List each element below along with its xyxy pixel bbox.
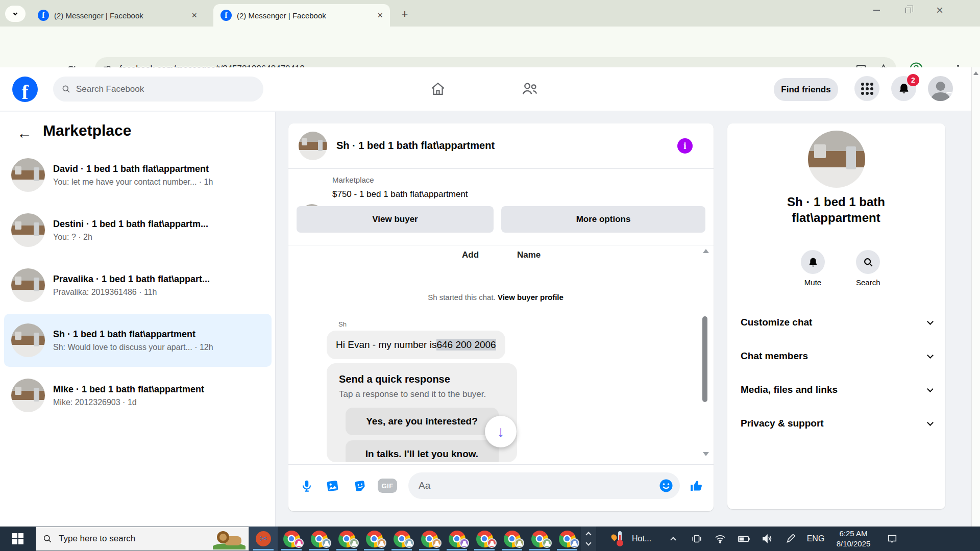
battery-icon[interactable] <box>732 527 755 551</box>
taskbar-clock[interactable]: 6:25 AM 8/10/2025 <box>829 529 878 549</box>
quick-response-option-2[interactable]: In talks. I'll let you know. <box>346 440 499 462</box>
section-chat-members[interactable]: Chat members <box>734 340 939 372</box>
page-scrollbar[interactable] <box>971 67 980 535</box>
chrome-profile-badge <box>487 538 497 548</box>
chat-scrollbar-thumb[interactable] <box>702 316 707 402</box>
system-text: Sh started this chat. <box>428 293 496 302</box>
taskbar-app-chrome[interactable] <box>498 527 526 551</box>
more-options-button[interactable]: More options <box>501 206 705 233</box>
taskbar-app-chrome[interactable] <box>333 527 360 551</box>
conversation-row-david[interactable]: David · 1 bed 1 bath flat\appartment You… <box>4 148 272 202</box>
taskbar-app-chrome[interactable] <box>278 527 305 551</box>
chevron-up-icon <box>670 537 676 542</box>
emoji-button[interactable] <box>657 477 675 495</box>
conversation-row-destini[interactable]: Destini · 1 bed 1 bath flat\appartm... Y… <box>4 204 272 257</box>
chat-scroll-up-arrow[interactable] <box>703 249 709 253</box>
chat-scroll-down-arrow[interactable] <box>703 452 709 456</box>
listing-avatar <box>11 323 45 357</box>
view-buyer-button[interactable]: View buyer <box>297 206 494 233</box>
message-input[interactable] <box>408 472 680 499</box>
tab-search-button[interactable] <box>5 6 26 22</box>
hidden-icons-button[interactable] <box>662 527 685 551</box>
conversation-row-pravalika[interactable]: Pravalika · 1 bed 1 bath flat\appart... … <box>4 259 272 312</box>
taskbar-app-chrome[interactable] <box>415 527 443 551</box>
pen-icon[interactable] <box>779 527 802 551</box>
conversation-row-sh-selected[interactable]: Sh · 1 bed 1 bath flat\appartment Sh: Wo… <box>4 314 272 367</box>
new-tab-button[interactable]: + <box>397 7 412 21</box>
quick-response-card: Send a quick response Tap a response to … <box>327 363 517 462</box>
chrome-profile-badge <box>294 538 304 548</box>
taskbar-app-chrome[interactable] <box>471 527 498 551</box>
tray-device-icon[interactable] <box>685 527 708 551</box>
window-minimize-button[interactable] <box>862 0 891 20</box>
marketplace-back-button[interactable]: ← <box>15 124 34 142</box>
weather-widget-icon[interactable] <box>605 527 632 551</box>
quick-response-option-1[interactable]: Yes, are you interested? <box>346 408 499 435</box>
chat-avatar[interactable] <box>299 132 327 160</box>
mute-button[interactable]: Mute <box>801 250 825 287</box>
message-highlighted-number[interactable]: 646 200 2006 <box>436 339 496 350</box>
browser-tab-1[interactable]: f (2) Messenger | Facebook × <box>31 4 204 27</box>
search-in-conversation-button[interactable]: Search <box>856 250 880 287</box>
like-button[interactable] <box>688 477 706 495</box>
action-center-button[interactable] <box>878 527 906 551</box>
weather-widget-label[interactable]: Hot... <box>632 534 662 543</box>
taskbar-app-chrome[interactable] <box>360 527 388 551</box>
conversation-info-button[interactable]: i <box>677 138 693 154</box>
gif-button[interactable]: GIF <box>378 479 397 493</box>
facebook-search-input[interactable]: Search Facebook <box>53 77 263 102</box>
taskbar-app-chrome[interactable] <box>388 527 415 551</box>
view-buyer-profile-link[interactable]: View buyer profile <box>498 293 564 302</box>
window-restore-button[interactable] <box>893 0 923 20</box>
mute-label: Mute <box>801 278 825 287</box>
account-avatar[interactable] <box>928 76 953 101</box>
tab-close-icon[interactable]: × <box>191 11 197 20</box>
add-label[interactable]: Add <box>462 250 479 260</box>
find-friends-label: Find friends <box>781 85 830 95</box>
conversation-name: Mike · 1 bed 1 bath flat\appartment <box>53 384 264 395</box>
sticker-button[interactable] <box>351 477 369 495</box>
arrow-down-icon: ↓ <box>497 423 505 440</box>
browser-tab-2-active[interactable]: f (2) Messenger | Facebook × <box>213 4 390 27</box>
name-label[interactable]: Name <box>517 250 541 260</box>
listing-avatar <box>11 158 45 192</box>
facebook-logo[interactable]: f <box>12 77 38 102</box>
taskbar-search-box[interactable]: Type here to search <box>36 527 249 551</box>
conversation-name: Sh · 1 bed 1 bath flat\appartment <box>53 329 264 340</box>
notifications-button[interactable]: 2 <box>891 76 916 101</box>
more-options-label: More options <box>576 214 631 224</box>
find-friends-button[interactable]: Find friends <box>774 78 838 101</box>
attach-image-button[interactable] <box>323 477 341 495</box>
marketplace-label: Marketplace <box>332 176 374 184</box>
taskbar-overflow-scroller[interactable] <box>581 527 596 551</box>
friends-tab-icon[interactable] <box>521 80 539 98</box>
home-tab-icon[interactable] <box>429 80 447 98</box>
tab-close-icon[interactable]: × <box>377 11 383 20</box>
chevron-up-icon <box>585 532 591 537</box>
section-customize-chat[interactable]: Customize chat <box>734 306 939 339</box>
window-close-button[interactable]: × <box>925 0 954 20</box>
conversation-row-mike[interactable]: Mike · 1 bed 1 bath flat\appartment Mike… <box>4 369 272 422</box>
apps-menu-button[interactable] <box>854 76 879 101</box>
start-button[interactable] <box>0 527 36 551</box>
taskbar-app-snipping-tool[interactable]: ✂ <box>249 527 278 551</box>
clock-date: 8/10/2025 <box>829 539 878 549</box>
incoming-message-bubble[interactable]: Hi Evan - my number is 646 200 2006 <box>327 331 505 359</box>
lion-illustration[interactable] <box>213 528 246 549</box>
details-avatar[interactable] <box>808 131 865 188</box>
notification-badge: 2 <box>907 74 919 86</box>
scrollbar-up-arrow[interactable] <box>973 71 978 75</box>
language-indicator[interactable]: ENG <box>802 534 829 543</box>
taskbar-app-chrome[interactable] <box>553 527 581 551</box>
voice-message-button[interactable] <box>298 477 316 495</box>
taskbar-app-chrome[interactable] <box>305 527 333 551</box>
listing-avatar <box>11 379 45 412</box>
section-privacy-support[interactable]: Privacy & support <box>734 407 939 440</box>
section-media-files-links[interactable]: Media, files and links <box>734 373 939 406</box>
scroll-to-bottom-button[interactable]: ↓ <box>485 416 517 447</box>
taskbar-search-placeholder: Type here to search <box>59 534 135 544</box>
taskbar-app-chrome[interactable] <box>443 527 471 551</box>
volume-icon[interactable] <box>755 527 779 551</box>
taskbar-app-chrome[interactable] <box>526 527 553 551</box>
wifi-icon[interactable] <box>708 527 732 551</box>
